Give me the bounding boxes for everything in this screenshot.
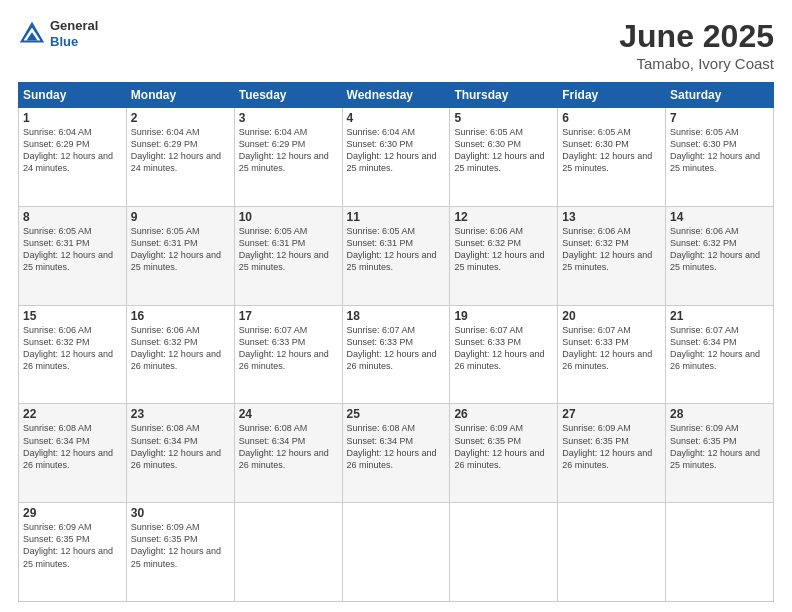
table-row (450, 503, 558, 602)
page: General Blue June 2025 Tamabo, Ivory Coa… (0, 0, 792, 612)
day-number: 24 (239, 407, 338, 421)
table-row: 7Sunrise: 6:05 AMSunset: 6:30 PMDaylight… (666, 108, 774, 207)
day-number: 21 (670, 309, 769, 323)
day-info: Sunrise: 6:09 AMSunset: 6:35 PMDaylight:… (562, 422, 661, 471)
day-number: 8 (23, 210, 122, 224)
table-row: 19Sunrise: 6:07 AMSunset: 6:33 PMDayligh… (450, 305, 558, 404)
day-number: 18 (347, 309, 446, 323)
day-info: Sunrise: 6:06 AMSunset: 6:32 PMDaylight:… (670, 225, 769, 274)
day-number: 16 (131, 309, 230, 323)
day-number: 4 (347, 111, 446, 125)
logo-general-text: General (50, 18, 98, 34)
col-wednesday: Wednesday (342, 83, 450, 108)
table-row (666, 503, 774, 602)
col-saturday: Saturday (666, 83, 774, 108)
table-row: 23Sunrise: 6:08 AMSunset: 6:34 PMDayligh… (126, 404, 234, 503)
day-number: 15 (23, 309, 122, 323)
day-number: 26 (454, 407, 553, 421)
subtitle: Tamabo, Ivory Coast (619, 55, 774, 72)
day-info: Sunrise: 6:09 AMSunset: 6:35 PMDaylight:… (131, 521, 230, 570)
table-row: 2Sunrise: 6:04 AMSunset: 6:29 PMDaylight… (126, 108, 234, 207)
table-row: 1Sunrise: 6:04 AMSunset: 6:29 PMDaylight… (19, 108, 127, 207)
day-info: Sunrise: 6:05 AMSunset: 6:31 PMDaylight:… (239, 225, 338, 274)
calendar-week-row: 15Sunrise: 6:06 AMSunset: 6:32 PMDayligh… (19, 305, 774, 404)
calendar-week-row: 8Sunrise: 6:05 AMSunset: 6:31 PMDaylight… (19, 206, 774, 305)
logo-text: General Blue (50, 18, 98, 49)
day-info: Sunrise: 6:08 AMSunset: 6:34 PMDaylight:… (23, 422, 122, 471)
table-row: 24Sunrise: 6:08 AMSunset: 6:34 PMDayligh… (234, 404, 342, 503)
day-number: 14 (670, 210, 769, 224)
table-row: 28Sunrise: 6:09 AMSunset: 6:35 PMDayligh… (666, 404, 774, 503)
day-number: 9 (131, 210, 230, 224)
col-monday: Monday (126, 83, 234, 108)
table-row: 16Sunrise: 6:06 AMSunset: 6:32 PMDayligh… (126, 305, 234, 404)
calendar-week-row: 29Sunrise: 6:09 AMSunset: 6:35 PMDayligh… (19, 503, 774, 602)
table-row (558, 503, 666, 602)
day-info: Sunrise: 6:08 AMSunset: 6:34 PMDaylight:… (239, 422, 338, 471)
table-row: 18Sunrise: 6:07 AMSunset: 6:33 PMDayligh… (342, 305, 450, 404)
table-row: 6Sunrise: 6:05 AMSunset: 6:30 PMDaylight… (558, 108, 666, 207)
table-row: 17Sunrise: 6:07 AMSunset: 6:33 PMDayligh… (234, 305, 342, 404)
day-number: 11 (347, 210, 446, 224)
day-info: Sunrise: 6:04 AMSunset: 6:29 PMDaylight:… (131, 126, 230, 175)
table-row: 29Sunrise: 6:09 AMSunset: 6:35 PMDayligh… (19, 503, 127, 602)
day-number: 13 (562, 210, 661, 224)
table-row (234, 503, 342, 602)
table-row: 27Sunrise: 6:09 AMSunset: 6:35 PMDayligh… (558, 404, 666, 503)
calendar-week-row: 1Sunrise: 6:04 AMSunset: 6:29 PMDaylight… (19, 108, 774, 207)
day-info: Sunrise: 6:05 AMSunset: 6:31 PMDaylight:… (347, 225, 446, 274)
day-info: Sunrise: 6:06 AMSunset: 6:32 PMDaylight:… (131, 324, 230, 373)
day-info: Sunrise: 6:06 AMSunset: 6:32 PMDaylight:… (23, 324, 122, 373)
day-info: Sunrise: 6:07 AMSunset: 6:34 PMDaylight:… (670, 324, 769, 373)
col-tuesday: Tuesday (234, 83, 342, 108)
table-row: 4Sunrise: 6:04 AMSunset: 6:30 PMDaylight… (342, 108, 450, 207)
title-block: June 2025 Tamabo, Ivory Coast (619, 18, 774, 72)
day-number: 7 (670, 111, 769, 125)
calendar-week-row: 22Sunrise: 6:08 AMSunset: 6:34 PMDayligh… (19, 404, 774, 503)
table-row: 15Sunrise: 6:06 AMSunset: 6:32 PMDayligh… (19, 305, 127, 404)
day-info: Sunrise: 6:05 AMSunset: 6:31 PMDaylight:… (131, 225, 230, 274)
table-row: 13Sunrise: 6:06 AMSunset: 6:32 PMDayligh… (558, 206, 666, 305)
day-info: Sunrise: 6:04 AMSunset: 6:29 PMDaylight:… (239, 126, 338, 175)
table-row: 25Sunrise: 6:08 AMSunset: 6:34 PMDayligh… (342, 404, 450, 503)
calendar-table: Sunday Monday Tuesday Wednesday Thursday… (18, 82, 774, 602)
day-number: 23 (131, 407, 230, 421)
day-number: 5 (454, 111, 553, 125)
table-row: 14Sunrise: 6:06 AMSunset: 6:32 PMDayligh… (666, 206, 774, 305)
table-row: 9Sunrise: 6:05 AMSunset: 6:31 PMDaylight… (126, 206, 234, 305)
table-row: 20Sunrise: 6:07 AMSunset: 6:33 PMDayligh… (558, 305, 666, 404)
table-row: 21Sunrise: 6:07 AMSunset: 6:34 PMDayligh… (666, 305, 774, 404)
logo-icon (18, 20, 46, 48)
main-title: June 2025 (619, 18, 774, 55)
day-info: Sunrise: 6:08 AMSunset: 6:34 PMDaylight:… (131, 422, 230, 471)
table-row: 3Sunrise: 6:04 AMSunset: 6:29 PMDaylight… (234, 108, 342, 207)
day-info: Sunrise: 6:05 AMSunset: 6:30 PMDaylight:… (562, 126, 661, 175)
table-row (342, 503, 450, 602)
day-number: 25 (347, 407, 446, 421)
day-info: Sunrise: 6:07 AMSunset: 6:33 PMDaylight:… (239, 324, 338, 373)
table-row: 12Sunrise: 6:06 AMSunset: 6:32 PMDayligh… (450, 206, 558, 305)
day-info: Sunrise: 6:08 AMSunset: 6:34 PMDaylight:… (347, 422, 446, 471)
day-info: Sunrise: 6:04 AMSunset: 6:29 PMDaylight:… (23, 126, 122, 175)
logo-blue-text: Blue (50, 34, 98, 50)
table-row: 8Sunrise: 6:05 AMSunset: 6:31 PMDaylight… (19, 206, 127, 305)
table-row: 11Sunrise: 6:05 AMSunset: 6:31 PMDayligh… (342, 206, 450, 305)
logo: General Blue (18, 18, 98, 49)
day-number: 17 (239, 309, 338, 323)
day-number: 6 (562, 111, 661, 125)
day-info: Sunrise: 6:04 AMSunset: 6:30 PMDaylight:… (347, 126, 446, 175)
col-thursday: Thursday (450, 83, 558, 108)
day-info: Sunrise: 6:05 AMSunset: 6:31 PMDaylight:… (23, 225, 122, 274)
day-number: 20 (562, 309, 661, 323)
table-row: 10Sunrise: 6:05 AMSunset: 6:31 PMDayligh… (234, 206, 342, 305)
day-info: Sunrise: 6:09 AMSunset: 6:35 PMDaylight:… (454, 422, 553, 471)
day-info: Sunrise: 6:07 AMSunset: 6:33 PMDaylight:… (347, 324, 446, 373)
col-sunday: Sunday (19, 83, 127, 108)
day-number: 10 (239, 210, 338, 224)
day-info: Sunrise: 6:06 AMSunset: 6:32 PMDaylight:… (454, 225, 553, 274)
day-number: 29 (23, 506, 122, 520)
table-row: 22Sunrise: 6:08 AMSunset: 6:34 PMDayligh… (19, 404, 127, 503)
table-row: 30Sunrise: 6:09 AMSunset: 6:35 PMDayligh… (126, 503, 234, 602)
header: General Blue June 2025 Tamabo, Ivory Coa… (18, 18, 774, 72)
table-row: 5Sunrise: 6:05 AMSunset: 6:30 PMDaylight… (450, 108, 558, 207)
